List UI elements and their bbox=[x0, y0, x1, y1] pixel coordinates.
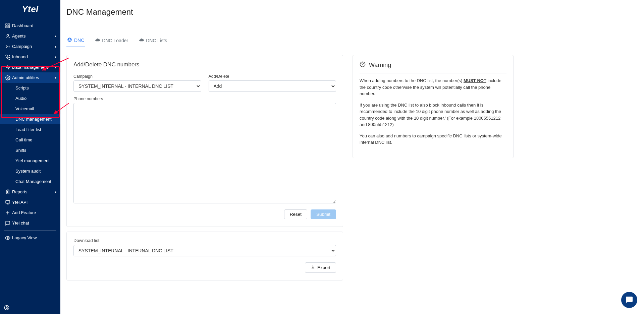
campaign-select[interactable]: SYSTEM_INTERNAL - INTERNAL DNC LIST bbox=[73, 80, 201, 92]
dashboard-icon bbox=[67, 37, 72, 43]
sidebar-item-label: Dashboard bbox=[11, 23, 56, 28]
sidebar-sub-shifts[interactable]: Shifts bbox=[0, 145, 60, 155]
panel-title: Add/Delete DNC numbers bbox=[73, 61, 336, 68]
svg-rect-0 bbox=[6, 24, 7, 25]
user-circle-icon bbox=[4, 305, 9, 311]
sidebar-item-label: Reports bbox=[11, 189, 55, 194]
reset-button[interactable]: Reset bbox=[284, 209, 307, 219]
cloud-icon bbox=[95, 38, 100, 44]
download-label: Download list bbox=[73, 238, 336, 243]
sidebar-item-label: Admin utilities bbox=[11, 75, 55, 80]
eye-icon bbox=[4, 235, 11, 241]
sidebar-item-add-feature[interactable]: Add Feature bbox=[0, 207, 60, 218]
sidebar-item-label: Lagacy View bbox=[11, 235, 56, 240]
chevron-up-icon: ▴ bbox=[55, 55, 56, 59]
sidebar-item-label: Inbound bbox=[11, 54, 55, 59]
cloud-icon bbox=[139, 38, 144, 44]
svg-rect-7 bbox=[6, 190, 9, 194]
sidebar-item-label: Voicemail bbox=[15, 106, 56, 111]
sidebar-item-admin-utilities[interactable]: Admin utilities ▾ bbox=[0, 72, 60, 83]
sidebar-item-label: Ytel chat bbox=[11, 221, 56, 226]
tab-dnc-lists[interactable]: DNC Lists bbox=[138, 35, 168, 47]
tab-dnc-loader[interactable]: DNC Loader bbox=[94, 35, 129, 47]
svg-rect-3 bbox=[8, 26, 10, 28]
download-panel: Download list SYSTEM_INTERNAL - INTERNAL… bbox=[66, 232, 343, 280]
sidebar-item-label: Ytel API bbox=[11, 200, 56, 205]
svg-point-9 bbox=[7, 237, 8, 239]
sidebar-item-ytel-chat[interactable]: Ytel chat bbox=[0, 218, 60, 228]
warning-title-text: Warning bbox=[369, 62, 391, 69]
sidebar-sub-ytel-mgmt[interactable]: Ytel management bbox=[0, 155, 60, 166]
activity-icon bbox=[4, 65, 11, 70]
tab-dnc[interactable]: DNC bbox=[66, 35, 85, 47]
clipboard-icon bbox=[4, 189, 11, 195]
sidebar-item-label: Chat Management bbox=[15, 179, 56, 184]
sidebar-sub-voicemail[interactable]: Voicemail bbox=[0, 104, 60, 114]
page-title: DNC Management bbox=[66, 7, 635, 17]
warning-title: Warning bbox=[360, 61, 506, 69]
export-label: Export bbox=[317, 265, 330, 270]
campaign-label: Campaign bbox=[73, 74, 201, 79]
plus-icon bbox=[4, 210, 11, 215]
sidebar-item-label: Audio bbox=[15, 96, 56, 101]
submit-button[interactable]: Submit bbox=[311, 209, 336, 219]
phone-in-icon bbox=[4, 54, 11, 60]
tab-label: DNC Lists bbox=[146, 38, 167, 43]
sidebar-item-label: Call time bbox=[15, 137, 56, 142]
sidebar-item-legacy-view[interactable]: Lagacy View bbox=[0, 233, 60, 243]
chevron-up-icon: ▴ bbox=[55, 190, 56, 194]
sidebar-item-data-management[interactable]: Data management ▴ bbox=[0, 62, 60, 72]
svg-rect-8 bbox=[6, 200, 10, 203]
sidebar-item-label: Data management bbox=[11, 65, 55, 70]
sidebar-footer bbox=[0, 302, 60, 314]
sidebar-item-ytel-api[interactable]: Ytel API bbox=[0, 197, 60, 207]
sidebar-sub-dnc-management[interactable]: DNC management bbox=[0, 114, 60, 124]
chevron-up-icon: ▴ bbox=[55, 45, 56, 48]
sidebar-item-label: Lead filter list bbox=[15, 127, 56, 132]
download-select[interactable]: SYSTEM_INTERNAL - INTERNAL DNC LIST bbox=[73, 245, 336, 256]
tab-label: DNC Loader bbox=[102, 38, 128, 43]
sidebar-sub-system-audit[interactable]: System audit bbox=[0, 166, 60, 176]
sidebar-item-label: System audit bbox=[15, 169, 56, 174]
svg-point-4 bbox=[7, 34, 8, 36]
sidebar-item-label: Add Feature bbox=[11, 210, 56, 215]
svg-rect-1 bbox=[8, 24, 10, 25]
sidebar-item-label: Scripts bbox=[15, 85, 56, 90]
sidebar-item-reports[interactable]: Reports ▴ bbox=[0, 187, 60, 197]
sidebar-item-label: Ytel management bbox=[15, 158, 56, 163]
add-delete-label: Add/Delete bbox=[209, 74, 336, 79]
phone-numbers-label: Phone numbers bbox=[73, 97, 336, 101]
add-delete-select[interactable]: Add bbox=[209, 80, 336, 92]
main-content: DNC Management DNC DNC Loader DNC Lists bbox=[60, 0, 644, 314]
monitor-icon bbox=[4, 200, 11, 205]
sidebar: Ytel Dashboard Agents ▴ Campaign ▴ bbox=[0, 0, 60, 314]
download-icon bbox=[311, 265, 315, 270]
sidebar-sub-audio[interactable]: Audio bbox=[0, 93, 60, 104]
app-logo: Ytel bbox=[0, 0, 60, 20]
sidebar-item-campaign[interactable]: Campaign ▴ bbox=[0, 41, 60, 52]
sidebar-sub-lead-filter[interactable]: Lead filter list bbox=[0, 124, 60, 135]
chevron-down-icon: ▾ bbox=[55, 76, 56, 79]
chevron-up-icon: ▴ bbox=[55, 65, 56, 69]
user-icon bbox=[4, 34, 11, 39]
warning-panel: Warning When adding numbers to the DNC l… bbox=[353, 55, 514, 158]
chevron-up-icon: ▴ bbox=[55, 34, 56, 38]
svg-rect-2 bbox=[6, 26, 7, 28]
chat-widget-button[interactable] bbox=[621, 292, 637, 308]
sidebar-sub-scripts[interactable]: Scripts bbox=[0, 83, 60, 93]
phone-numbers-textarea[interactable] bbox=[73, 103, 336, 203]
sidebar-item-dashboard[interactable]: Dashboard bbox=[0, 20, 60, 31]
svg-point-6 bbox=[7, 77, 8, 78]
chat-icon bbox=[4, 221, 11, 226]
sidebar-item-agents[interactable]: Agents ▴ bbox=[0, 31, 60, 41]
export-button[interactable]: Export bbox=[305, 262, 336, 273]
tab-label: DNC bbox=[74, 38, 84, 43]
gear-icon bbox=[4, 75, 11, 80]
sidebar-sub-chat-mgmt[interactable]: Chat Management bbox=[0, 176, 60, 187]
grid-icon bbox=[4, 23, 11, 28]
tabs: DNC DNC Loader DNC Lists bbox=[66, 35, 635, 48]
sidebar-item-inbound[interactable]: Inbound ▴ bbox=[0, 52, 60, 62]
svg-point-11 bbox=[6, 307, 7, 308]
sidebar-sub-call-time[interactable]: Call time bbox=[0, 135, 60, 145]
warning-p1: When adding numbers to the DNC list, the… bbox=[360, 77, 506, 97]
